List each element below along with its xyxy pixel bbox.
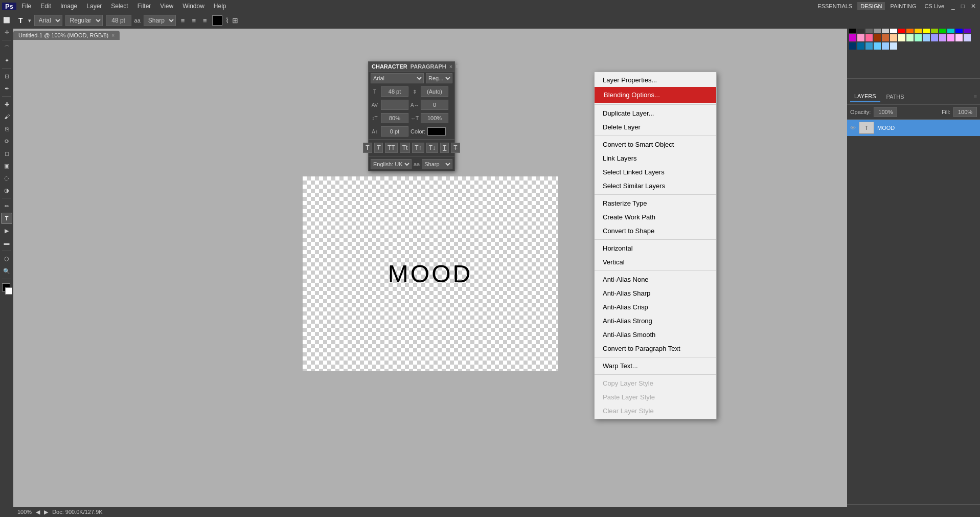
char-style-select[interactable]: Reg... — [426, 73, 452, 83]
ctx-item-18[interactable]: Convert to Paragraph Text — [595, 342, 716, 355]
tool-crop[interactable]: ⊡ — [1, 71, 12, 82]
workspace-essentials[interactable]: ESSENTIALS — [814, 2, 855, 10]
close-icon[interactable]: ✕ — [969, 3, 978, 10]
swatch-20[interactable] — [890, 34, 897, 41]
char-panel-menu[interactable]: ≡ — [455, 63, 459, 70]
ctx-item-6[interactable]: Select Linked Layers — [595, 165, 716, 179]
char-tracking-input[interactable] — [421, 100, 448, 110]
tool-clone[interactable]: ⎘ — [1, 123, 12, 134]
nav-left-icon[interactable]: ◀ — [36, 509, 40, 515]
bold-button[interactable]: T — [363, 143, 372, 153]
ctx-item-14[interactable]: Anti-Alias Sharp — [595, 286, 716, 300]
menu-edit[interactable]: Edit — [36, 2, 55, 11]
swatch-16[interactable] — [857, 34, 864, 41]
swatch-30[interactable] — [849, 42, 856, 50]
char-baseline-input[interactable] — [381, 126, 408, 137]
ctx-item-17[interactable]: Anti-Alias Smooth — [595, 328, 716, 342]
menu-filter[interactable]: Filter — [133, 2, 155, 11]
char-vscale-input[interactable] — [381, 113, 408, 123]
layer-item-mood[interactable]: 👁 T MOOD — [847, 120, 980, 136]
ctx-item-10[interactable]: Convert to Shape — [595, 224, 716, 238]
subscript-button[interactable]: T↓ — [426, 143, 438, 153]
swatch-25[interactable] — [931, 34, 938, 41]
ctx-item-11[interactable]: Horizontal — [595, 241, 716, 255]
tool-magic-wand[interactable]: ✦ — [1, 55, 12, 66]
char-color-swatch[interactable] — [427, 127, 446, 136]
align-right-button[interactable]: ≡ — [201, 16, 209, 26]
tool-heal[interactable]: ✚ — [1, 99, 12, 110]
swatch-27[interactable] — [947, 34, 954, 41]
font-style-select[interactable]: Regular — [65, 15, 103, 26]
ctx-item-9[interactable]: Create Work Path — [595, 210, 716, 224]
paths-tab[interactable]: PATHS — [882, 92, 908, 102]
tool-eyedropper[interactable]: ✒ — [1, 83, 12, 94]
document-tab[interactable]: Untitled-1 @ 100% (MOOD, RGB/8) × — [13, 31, 120, 40]
tool-zoom[interactable]: 🔍 — [1, 265, 12, 277]
menu-file[interactable]: File — [17, 2, 35, 11]
swatch-33[interactable] — [874, 42, 881, 50]
tool-lasso[interactable]: ⌒ — [1, 42, 12, 54]
swatch-19[interactable] — [882, 34, 889, 41]
minimize-icon[interactable]: _ — [949, 3, 957, 10]
ctx-item-0[interactable]: Layer Properties... — [595, 73, 716, 87]
menu-layer[interactable]: Layer — [82, 2, 106, 11]
swatch-26[interactable] — [939, 34, 946, 41]
character-tab[interactable]: CHARACTER — [372, 63, 407, 70]
swatch-18[interactable] — [874, 34, 881, 41]
tool-type[interactable]: T — [1, 213, 12, 224]
ctx-item-15[interactable]: Anti-Alias Crisp — [595, 300, 716, 314]
tool-brush[interactable]: 🖌 — [1, 111, 12, 122]
allcaps-button[interactable]: TT — [385, 143, 398, 153]
document-tab-close[interactable]: × — [111, 33, 115, 38]
tool-blur[interactable]: ◌ — [1, 172, 12, 184]
ctx-item-7[interactable]: Select Similar Layers — [595, 179, 716, 193]
char-font-select[interactable]: Arial — [371, 73, 424, 83]
tool-move[interactable]: ✛ — [1, 27, 12, 38]
swatch-35[interactable] — [890, 42, 897, 50]
char-leading-input[interactable] — [421, 86, 448, 97]
menu-image[interactable]: Image — [56, 2, 81, 11]
char-kerning-input[interactable] — [381, 100, 408, 110]
swatch-24[interactable] — [923, 34, 930, 41]
ctx-item-2[interactable]: Duplicate Layer... — [595, 106, 716, 120]
italic-button[interactable]: T — [374, 143, 383, 153]
restore-icon[interactable]: □ — [959, 3, 967, 10]
swatch-23[interactable] — [915, 34, 922, 41]
align-left-button[interactable]: ≡ — [179, 16, 187, 26]
ctx-item-5[interactable]: Link Layers — [595, 151, 716, 165]
menu-help[interactable]: Help — [210, 2, 231, 11]
paragraph-tab[interactable]: PARAGRAPH — [411, 63, 446, 70]
ctx-item-1[interactable]: Blending Options... — [595, 87, 716, 103]
swatch-21[interactable] — [898, 34, 905, 41]
align-center-button[interactable]: ≡ — [190, 16, 198, 26]
char-hscale-input[interactable] — [421, 113, 448, 123]
swatch-32[interactable] — [865, 42, 873, 50]
font-size-input[interactable] — [106, 15, 131, 26]
ctx-item-13[interactable]: Anti-Alias None — [595, 273, 716, 286]
ctx-item-3[interactable]: Delete Layer — [595, 120, 716, 134]
tool-dodge[interactable]: ◑ — [1, 185, 12, 196]
swatch-15[interactable] — [849, 34, 856, 41]
warp-text-icon[interactable]: ⌇ — [225, 16, 229, 25]
swatch-34[interactable] — [882, 42, 889, 50]
fill-input[interactable] — [953, 107, 977, 117]
char-aa-select[interactable]: Sharp — [422, 159, 452, 169]
strikethrough-button[interactable]: T — [451, 143, 460, 153]
layers-tab[interactable]: LAYERS — [850, 91, 880, 102]
workspace-design[interactable]: DESIGN — [857, 2, 885, 10]
swatch-22[interactable] — [906, 34, 914, 41]
character-panel-toggle[interactable]: ⊞ — [232, 16, 238, 25]
background-color[interactable] — [5, 287, 12, 295]
tool-shape[interactable]: ▬ — [1, 237, 12, 249]
workspace-painting[interactable]: PAINTING — [887, 2, 919, 10]
ctx-item-19[interactable]: Warp Text... — [595, 359, 716, 373]
layers-panel-menu[interactable]: ≡ — [974, 94, 977, 100]
cs-live-button[interactable]: CS Live — [922, 2, 948, 10]
swatch-17[interactable] — [865, 34, 873, 41]
superscript-button[interactable]: T↑ — [412, 143, 424, 153]
tool-path-select[interactable]: ▶ — [1, 225, 12, 236]
char-lang-select[interactable]: English: UK — [371, 159, 412, 169]
nav-right-icon[interactable]: ▶ — [44, 509, 48, 515]
smallcaps-button[interactable]: Tt — [400, 143, 411, 153]
underline-button[interactable]: T — [440, 143, 449, 153]
